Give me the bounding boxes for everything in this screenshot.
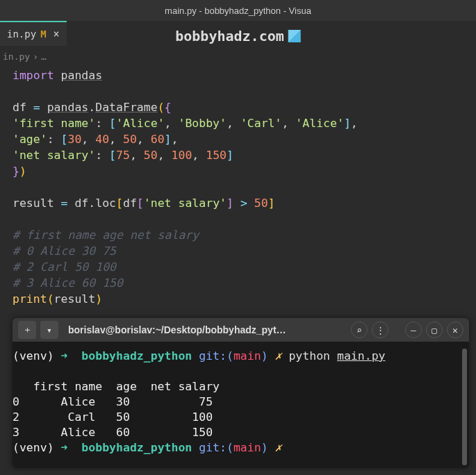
bracket: ( [158,101,165,114]
close-button[interactable]: ✕ [447,322,463,338]
output-line: first name age net salary [13,380,220,393]
command: python [288,349,330,362]
git-dirty-icon: ✗ [275,441,282,454]
maximize-button[interactable]: ▢ [426,322,443,338]
builtin: print [13,292,47,306]
minimize-button[interactable]: — [405,322,422,338]
operator: > [240,197,247,210]
bracket: [ [109,149,116,162]
output-line: 3 Alice 60 150 [13,426,213,439]
module-ref: pandas [47,101,89,114]
number: 150 [206,149,227,162]
terminal-panel: ＋ ▾ borislav@borislav:~/Desktop/bobbyhad… [13,318,469,468]
close-icon[interactable]: × [54,28,60,40]
git-branch: main [233,349,261,362]
number: 40 [95,133,109,146]
scrollbar[interactable] [462,349,467,465]
title-bar: main.py - bobbyhadz_python - Visua [0,0,476,21]
string: 'net salary' [13,149,95,162]
git-suffix: ) [261,349,268,362]
var: df [13,101,26,114]
var: df [123,197,137,210]
dropdown-button[interactable]: ▾ [40,321,58,339]
venv-label: (venv) [13,441,54,454]
comment: # 3 Alice 60 150 [13,275,463,291]
breadcrumb-more: … [41,51,47,62]
venv-label: (venv) [13,349,54,362]
prompt-arrow: ➜ [61,441,68,454]
git-prefix: git:( [199,441,233,454]
git-dirty-icon: ✗ [275,349,282,362]
watermark: bobbyhadz.com [175,28,301,44]
keyword: import [13,69,54,82]
tab-label: in.py [7,28,36,40]
punct: . [88,101,95,114]
terminal-header: ＋ ▾ borislav@borislav:~/Desktop/bobbyhad… [13,318,469,342]
number: 30 [67,133,81,146]
comment: # 0 Alice 30 75 [13,243,463,259]
number: 100 [172,149,192,162]
number: 75 [116,149,130,162]
var: result [13,197,54,210]
tab-main-py[interactable]: in.py M × [0,21,67,46]
cube-icon [288,30,301,42]
watermark-text: bobbyhadz.com [175,28,284,44]
terminal-body[interactable]: (venv) ➜ bobbyhadz_python git:(main) ✗ p… [13,342,469,468]
attr: loc [95,197,116,210]
breadcrumb[interactable]: in.py › … [0,46,476,67]
git-prefix: git:( [199,349,233,362]
module-name: pandas [61,69,103,82]
bracket: ) [19,165,26,178]
git-modified-indicator: M [40,28,46,40]
chevron-right-icon: › [33,51,38,62]
string: 'first name' [13,117,95,130]
terminal-title: borislav@borislav:~/Desktop/bobbyhadz_py… [68,324,347,335]
bracket: { [165,101,172,114]
prompt-path: bobbyhadz_python [81,441,192,454]
operator: = [61,197,68,210]
var: df [74,197,88,210]
number: 50 [144,149,158,162]
code-editor[interactable]: import pandas df = pandas.DataFrame({ 'f… [0,67,476,307]
var: result [54,292,96,306]
git-suffix: ) [261,441,268,454]
comment: # 2 Carl 50 100 [13,259,463,275]
prompt-arrow: ➜ [61,349,68,362]
breadcrumb-file: in.py [3,51,30,62]
operator: = [33,101,40,114]
git-branch: main [233,441,261,454]
string: 'age' [13,133,47,146]
menu-icon[interactable]: ⋮ [372,322,388,338]
output-line: 0 Alice 30 75 [13,395,213,408]
new-tab-button[interactable]: ＋ [18,321,36,339]
prompt-path: bobbyhadz_python [81,349,192,362]
bracket: [ [61,133,68,146]
number: 60 [151,133,165,146]
command-arg: main.py [337,349,386,362]
string: 'net salary' [144,197,227,210]
comment: # first name age net salary [13,227,463,243]
number: 50 [123,133,137,146]
bracket: } [13,165,19,178]
search-icon[interactable]: ⌕ [351,322,368,338]
output-line: 2 Carl 50 100 [13,410,213,424]
class-name: DataFrame [95,101,157,114]
number: 50 [254,197,268,210]
